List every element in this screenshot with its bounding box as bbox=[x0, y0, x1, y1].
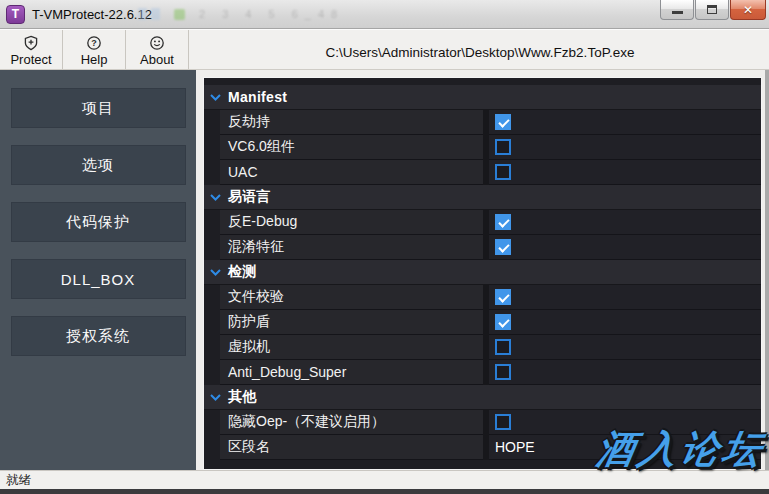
tree-row-vc6-component[interactable]: VC6.0组件 bbox=[204, 135, 761, 160]
tree-group-manifest[interactable]: Manifest bbox=[204, 85, 761, 110]
app-icon: T bbox=[6, 5, 25, 24]
chevron-down-icon[interactable] bbox=[207, 269, 223, 276]
group-label: 检测 bbox=[228, 263, 257, 281]
sidebar-item-options[interactable]: 选项 bbox=[11, 145, 186, 185]
row-indent bbox=[204, 285, 220, 310]
target-file-path: C:\Users\Administrator\Desktop\Www.Fzb2.… bbox=[191, 30, 769, 69]
row-label: 隐藏Oep-（不建议启用） bbox=[220, 410, 483, 435]
minimize-button[interactable] bbox=[660, 0, 694, 20]
about-button[interactable]: About bbox=[126, 30, 189, 69]
sidebar-item-license-system[interactable]: 授权系统 bbox=[11, 316, 186, 356]
close-button[interactable]: ✕ bbox=[730, 0, 766, 20]
artifact-green-dot bbox=[174, 9, 185, 20]
row-label: Anti_Debug_Super bbox=[220, 360, 483, 385]
row-indent bbox=[204, 360, 220, 385]
close-icon: ✕ bbox=[743, 4, 753, 16]
sidebar-item-code-protect[interactable]: 代码保护 bbox=[11, 202, 186, 242]
maximize-button[interactable] bbox=[695, 0, 729, 20]
artifact-square bbox=[138, 8, 147, 20]
app-window: T T-VMProtect-22.6.12 2 3 4 5 6_48 ✕ bbox=[0, 0, 769, 494]
row-label: VC6.0组件 bbox=[220, 135, 483, 160]
help-button[interactable]: ? Help bbox=[63, 30, 126, 69]
row-value bbox=[489, 110, 761, 135]
tree-row-anti-hijack[interactable]: 反劫持 bbox=[204, 110, 761, 135]
protect-button-label: Protect bbox=[10, 52, 51, 67]
row-indent bbox=[204, 310, 220, 335]
group-label: Manifest bbox=[228, 89, 287, 105]
minimize-icon bbox=[672, 11, 683, 14]
sidebar: 项目 选项 代码保护 DLL_BOX 授权系统 bbox=[0, 70, 196, 470]
sidebar-item-project[interactable]: 项目 bbox=[11, 88, 186, 128]
shield-plus-icon bbox=[23, 34, 39, 51]
row-value bbox=[489, 235, 761, 260]
row-indent bbox=[204, 335, 220, 360]
settings-tree-panel: Manifest 反劫持 VC6.0组件 UAC bbox=[203, 77, 762, 470]
row-value bbox=[489, 335, 761, 360]
row-value bbox=[489, 285, 761, 310]
about-button-label: About bbox=[140, 52, 174, 67]
toolbar-buttons: Protect ? Help bbox=[0, 30, 189, 69]
row-value bbox=[489, 360, 761, 385]
row-indent bbox=[204, 110, 220, 135]
row-label: 区段名 bbox=[220, 435, 483, 460]
chevron-down-icon[interactable] bbox=[207, 194, 223, 201]
row-indent bbox=[204, 135, 220, 160]
svg-text:?: ? bbox=[91, 38, 97, 48]
checkbox-uac[interactable] bbox=[495, 164, 511, 180]
tree-row-protect-shield[interactable]: 防护盾 bbox=[204, 310, 761, 335]
tree-row-uac[interactable]: UAC bbox=[204, 160, 761, 185]
row-label: 混淆特征 bbox=[220, 235, 483, 260]
checkbox-protect-shield[interactable] bbox=[495, 314, 511, 330]
row-label: 反E-Debug bbox=[220, 210, 483, 235]
protect-button[interactable]: Protect bbox=[0, 30, 63, 69]
tree-group-detection[interactable]: 检测 bbox=[204, 260, 761, 285]
row-value bbox=[489, 210, 761, 235]
row-label: 防护盾 bbox=[220, 310, 483, 335]
sidebar-item-dll-box[interactable]: DLL_BOX bbox=[11, 259, 186, 299]
tree-row-virtual-machine[interactable]: 虚拟机 bbox=[204, 335, 761, 360]
checkbox-obfuscate-signature[interactable] bbox=[495, 239, 511, 255]
tree-group-easy-language[interactable]: 易语言 bbox=[204, 185, 761, 210]
row-indent bbox=[204, 160, 220, 185]
question-icon: ? bbox=[86, 34, 102, 51]
smiley-icon bbox=[149, 34, 165, 51]
checkbox-anti-hijack[interactable] bbox=[495, 114, 511, 130]
titlebar: T T-VMProtect-22.6.12 2 3 4 5 6_48 ✕ bbox=[0, 0, 769, 29]
checkbox-vc6-component[interactable] bbox=[495, 139, 511, 155]
row-indent bbox=[204, 235, 220, 260]
row-label: UAC bbox=[220, 160, 483, 185]
artifact-text: 2 3 4 5 6_48 bbox=[199, 8, 344, 20]
checkbox-virtual-machine[interactable] bbox=[495, 339, 511, 355]
window-frame-bottom bbox=[0, 489, 769, 494]
tree-row-anti-debug-super[interactable]: Anti_Debug_Super bbox=[204, 360, 761, 385]
forum-watermark: 酒入论坛 bbox=[593, 424, 769, 475]
checkbox-hide-oep[interactable] bbox=[495, 414, 511, 430]
window-controls: ✕ bbox=[659, 0, 766, 20]
row-indent bbox=[204, 210, 220, 235]
row-value bbox=[489, 135, 761, 160]
tree-rows: Manifest 反劫持 VC6.0组件 UAC bbox=[204, 78, 761, 460]
row-value bbox=[489, 160, 761, 185]
tree-row-anti-edebug[interactable]: 反E-Debug bbox=[204, 210, 761, 235]
checkbox-anti-debug-super[interactable] bbox=[495, 364, 511, 380]
chevron-down-icon[interactable] bbox=[207, 394, 223, 401]
section-name-value[interactable]: HOPE bbox=[495, 439, 535, 455]
row-indent bbox=[204, 435, 220, 460]
row-label: 虚拟机 bbox=[220, 335, 483, 360]
row-label: 反劫持 bbox=[220, 110, 483, 135]
titlebar-artifacts: 2 3 4 5 6_48 bbox=[138, 5, 344, 23]
group-label: 易语言 bbox=[228, 188, 271, 206]
checkbox-anti-edebug[interactable] bbox=[495, 214, 511, 230]
maximize-icon bbox=[707, 5, 717, 14]
checkbox-file-verify[interactable] bbox=[495, 289, 511, 305]
chevron-down-icon[interactable] bbox=[207, 94, 223, 101]
tree-row-obfuscate-signature[interactable]: 混淆特征 bbox=[204, 235, 761, 260]
row-label: 文件校验 bbox=[220, 285, 483, 310]
toolbar: Protect ? Help bbox=[0, 29, 769, 70]
row-value bbox=[489, 310, 761, 335]
tree-row-file-verify[interactable]: 文件校验 bbox=[204, 285, 761, 310]
row-indent bbox=[204, 410, 220, 435]
group-label: 其他 bbox=[228, 388, 257, 406]
help-button-label: Help bbox=[81, 52, 108, 67]
tree-group-other[interactable]: 其他 bbox=[204, 385, 761, 410]
